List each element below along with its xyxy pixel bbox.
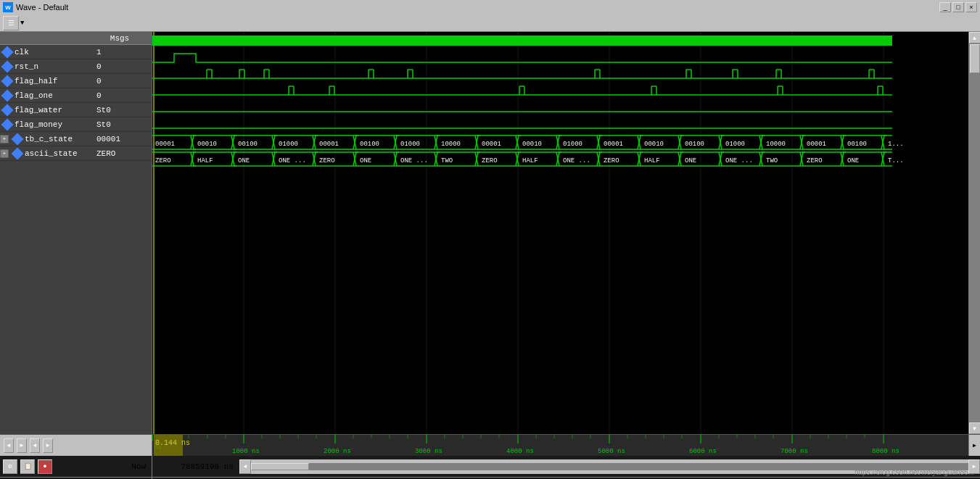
svg-text:3000 ns: 3000 ns — [415, 448, 442, 455]
signal-value-ascii-state: ZERO — [94, 149, 152, 158]
status-now-label: Now — [55, 462, 149, 471]
bottom-container: ◄ ► ◄ ► 0.144 ns ns 1000 ns — [0, 434, 980, 479]
status-btn1[interactable]: ⚙ — [3, 459, 17, 474]
svg-text:HALF: HALF — [522, 157, 538, 164]
signal-icon-flag-one — [1, 89, 14, 101]
status-icon3: ● — [43, 463, 46, 470]
signal-name-ascii-state: ascii_state — [25, 149, 94, 158]
svg-text:10000: 10000 — [766, 141, 786, 148]
signal-name-rst-n: rst_n — [15, 62, 94, 71]
minimize-btn[interactable]: _ — [939, 2, 951, 12]
title-bar: W Wave - Default _ □ × — [0, 0, 980, 14]
svg-text:00010: 00010 — [522, 141, 542, 148]
nav-right-end-btn[interactable]: ► — [43, 438, 53, 453]
svg-text:5000 ns: 5000 ns — [598, 448, 625, 455]
svg-text:01000: 01000 — [279, 141, 298, 148]
signal-name-flag-one: flag_one — [15, 91, 94, 100]
svg-text:00100: 00100 — [685, 141, 704, 148]
waveform-svg: 00001 00010 00100 01000 00001 00100 0100… — [152, 32, 968, 434]
signal-row-rst-n[interactable]: rst_n 0 — [0, 59, 152, 74]
maximize-btn[interactable]: □ — [952, 2, 964, 12]
svg-text:T...: T... — [888, 157, 904, 164]
svg-text:00001: 00001 — [807, 141, 826, 148]
svg-text:4000 ns: 4000 ns — [506, 448, 534, 455]
timeline-right-scroll[interactable]: ▶ — [968, 435, 980, 456]
signal-icon-rst-n — [1, 60, 14, 72]
title-bar-controls: _ □ × — [939, 2, 977, 12]
status-now-value: 78859190 ns — [152, 462, 239, 471]
svg-rect-0 — [152, 32, 968, 434]
svg-text:01000: 01000 — [400, 141, 420, 148]
svg-text:00001: 00001 — [319, 141, 339, 148]
signal-value-flag-water: St0 — [94, 106, 152, 114]
signal-row-flag-one[interactable]: flag_one 0 — [0, 88, 152, 103]
status-row: ⚙ 📋 ● Now 78859190 ns ◄ ► — [0, 456, 980, 478]
signal-name-flag-water: flag_water — [15, 106, 94, 114]
expand-tb-c-state[interactable]: + — [0, 135, 9, 143]
svg-text:HALF: HALF — [197, 157, 213, 164]
svg-text:ONE: ONE — [238, 157, 250, 164]
cursor-time-marker: 0.144 ns — [154, 435, 183, 456]
svg-text:00100: 00100 — [360, 141, 379, 148]
scrollbar-thumb[interactable] — [970, 44, 980, 73]
svg-text:00010: 00010 — [197, 141, 217, 148]
nav-right-btn[interactable]: ► — [17, 438, 27, 453]
svg-text:7000 ns: 7000 ns — [781, 448, 808, 455]
svg-text:8000 ns: 8000 ns — [872, 448, 899, 455]
signal-icon-tb-c-state — [12, 133, 24, 145]
close-btn[interactable]: × — [965, 2, 977, 12]
svg-text:ONE ...: ONE ... — [563, 157, 590, 164]
svg-text:ONE: ONE — [685, 157, 696, 164]
signal-header: Msgs — [0, 32, 152, 45]
signal-value-flag-one: 0 — [94, 91, 152, 100]
waveform-container: 00001 00010 00100 01000 00001 00100 0100… — [152, 32, 980, 434]
svg-text:10000: 10000 — [441, 141, 461, 148]
signal-icon-flag-half — [1, 75, 14, 87]
nav-left-btn[interactable]: ◄ — [4, 438, 14, 453]
svg-text:2000 ns: 2000 ns — [324, 448, 351, 455]
vertical-scrollbar[interactable]: ▲ ▼ — [968, 32, 980, 434]
svg-text:ZERO: ZERO — [482, 157, 498, 164]
expand-ascii-state[interactable]: + — [0, 149, 9, 158]
signal-value-clk: 1 — [94, 48, 152, 57]
svg-text:00100: 00100 — [847, 141, 867, 148]
svg-text:HALF: HALF — [644, 157, 660, 164]
svg-text:ZERO: ZERO — [604, 157, 619, 164]
scrollbar-down-btn[interactable]: ▼ — [969, 422, 981, 434]
signal-row-clk[interactable]: clk 1 — [0, 45, 152, 59]
svg-text:ONE ...: ONE ... — [279, 157, 306, 164]
signal-row-flag-money[interactable]: flag_money St0 — [0, 117, 152, 132]
h-scrollbar-thumb[interactable] — [251, 463, 309, 470]
signal-row-ascii-state[interactable]: + ascii_state ZERO — [0, 146, 152, 161]
status-btn2[interactable]: 📋 — [20, 459, 35, 474]
scrollbar-track[interactable] — [969, 43, 980, 422]
scrollbar-up-btn[interactable]: ▲ — [969, 32, 981, 43]
signal-value-flag-money: St0 — [94, 120, 152, 129]
signal-row-flag-half[interactable]: flag_half 0 — [0, 74, 152, 88]
toolbar-dropdown-arrow: ▼ — [20, 20, 24, 27]
svg-rect-217 — [152, 435, 980, 456]
cursor-time-label: 0.144 ns — [155, 439, 190, 447]
svg-text:ONE ...: ONE ... — [725, 157, 753, 164]
h-scroll-left-icon: ◄ — [244, 463, 247, 470]
nav-left-end-btn[interactable]: ◄ — [30, 438, 40, 453]
timeline-nav-panel: ◄ ► ◄ ► — [0, 435, 152, 456]
signal-icon-flag-water — [1, 104, 14, 116]
signal-name-flag-half: flag_half — [15, 77, 94, 86]
h-scrollbar-left-btn[interactable]: ◄ — [239, 459, 251, 474]
signal-row-tb-c-state[interactable]: + tb_c_state 00001 — [0, 132, 152, 146]
timeline-right-arrow-icon: ▶ — [973, 442, 976, 449]
timeline-svg-container: 0.144 ns ns 1000 ns 2000 ns 3000 ns 400 — [152, 435, 980, 456]
menu-btn[interactable]: ☰ — [3, 16, 19, 30]
svg-text:ONE: ONE — [360, 157, 371, 164]
menu-icon: ☰ — [8, 19, 15, 28]
signal-icon-ascii-state — [12, 147, 24, 159]
svg-text:6000 ns: 6000 ns — [689, 448, 717, 455]
signal-panel: Msgs clk 1 rst_n 0 flag_half 0 flag_one … — [0, 32, 152, 434]
timeline-row: ◄ ► ◄ ► 0.144 ns ns 1000 ns — [0, 434, 980, 456]
waveform-scroll-area[interactable]: 00001 00010 00100 01000 00001 00100 0100… — [152, 32, 968, 434]
svg-text:01000: 01000 — [563, 141, 582, 148]
status-btn3[interactable]: ● — [38, 459, 52, 474]
signal-row-flag-water[interactable]: flag_water St0 — [0, 103, 152, 117]
signal-value-rst-n: 0 — [94, 62, 152, 71]
